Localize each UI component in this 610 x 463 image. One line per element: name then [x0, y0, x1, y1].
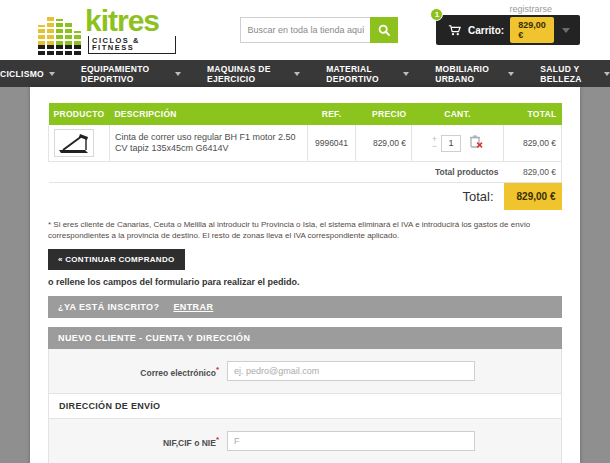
nav-item-ciclismo[interactable]: CICLISMO — [0, 69, 55, 79]
top-bar: registrarse kitres CICLOS & FITNESS — [0, 0, 610, 60]
col-precio: PRECIO — [356, 103, 412, 125]
iva-note: * Si eres cliente de Canarias, Ceuta o M… — [48, 219, 562, 241]
fill-form-text: o rellene los campos del formulario para… — [48, 277, 562, 287]
cart-table-header: PRODUCTO DESCRIPCIÓN REF. PRECIO CANT. T… — [49, 103, 562, 125]
delete-icon — [469, 134, 483, 149]
col-cant: CANT. — [412, 103, 504, 125]
col-producto: PRODUCTO — [49, 103, 110, 125]
subtotal-row: Total productos 829,00 € — [49, 162, 562, 183]
store-logo[interactable]: kitres CICLOS & FITNESS — [38, 6, 176, 55]
nav-item-salud-y-belleza[interactable]: SALUD Y BELLEZA — [540, 64, 610, 84]
line-total: 829,00 € — [504, 125, 562, 162]
register-link[interactable]: registrarse — [509, 4, 552, 14]
nav-item-material-deportivo[interactable]: MATERIAL DEPORTIVO — [326, 64, 409, 84]
nif-field[interactable] — [227, 431, 475, 451]
qty-decrease-icon[interactable]: − — [432, 143, 437, 150]
total-value: 829,00 € — [504, 183, 562, 211]
search-input[interactable] — [240, 17, 370, 43]
cart-amount: 829,00 € — [510, 17, 554, 43]
subtotal-label: Total productos — [49, 162, 504, 183]
total-row: Total: 829,00 € — [49, 183, 562, 211]
nif-label: NIF,CIF o NIE* — [49, 435, 227, 448]
nav-item-maquinas-de-ejercicio[interactable]: MAQUINAS DE EJERCICIO — [207, 64, 300, 84]
cart-item-row: Cinta de correr uso regular BH F1 motor … — [49, 125, 562, 162]
product-price: 829,00 € — [356, 125, 412, 162]
chevron-down-icon — [403, 72, 409, 76]
brand-name: kitres — [85, 6, 176, 36]
product-thumbnail[interactable] — [54, 129, 94, 157]
required-mark: * — [216, 365, 219, 374]
required-mark: * — [216, 435, 219, 444]
col-descripcion: DESCRIPCIÓN — [109, 103, 307, 125]
shipping-address-header: DIRECCIÓN DE ENVÍO — [49, 393, 561, 419]
cart-icon — [448, 23, 462, 38]
nav-label: MATERIAL DEPORTIVO — [326, 64, 398, 84]
search-button[interactable] — [370, 17, 398, 43]
checkout-form: Correo electrónico* DIRECCIÓN DE ENVÍO N… — [48, 349, 562, 463]
nav-label: EQUIPAMIENTO DEPORTIVO — [81, 64, 170, 84]
continue-shopping-button[interactable]: « CONTINUAR COMPRANDO — [48, 249, 185, 270]
chevron-down-icon — [508, 72, 514, 76]
email-panel: Correo electrónico* — [49, 349, 561, 393]
nav-label: MAQUINAS DE EJERCICIO — [207, 64, 289, 84]
cart-label: Carrito: — [468, 25, 504, 36]
cart-table: PRODUCTO DESCRIPCIÓN REF. PRECIO CANT. T… — [48, 103, 562, 210]
chevron-down-icon — [562, 28, 570, 33]
total-label: Total: — [49, 183, 504, 211]
product-description[interactable]: Cinta de correr uso regular BH F1 motor … — [115, 132, 302, 155]
nav-item-mobiliario-urbano[interactable]: MOBILIARIO URBANO — [435, 64, 514, 84]
search-icon — [378, 24, 391, 37]
new-customer-title: NUEVO CLIENTE - CUENTA Y DIRECCIÓN — [58, 333, 250, 343]
chevron-down-icon — [294, 72, 300, 76]
email-field[interactable] — [227, 361, 475, 381]
logo-equalizer-icon — [38, 17, 81, 55]
page: registrarse kitres CICLOS & FITNESS — [0, 0, 610, 463]
cart-widget[interactable]: 1 Carrito: 829,00 € — [436, 15, 580, 45]
content-card: PRODUCTO DESCRIPCIÓN REF. PRECIO CANT. T… — [30, 87, 580, 463]
chevron-down-icon — [175, 72, 181, 76]
col-total: TOTAL — [504, 103, 562, 125]
chevron-down-icon — [604, 72, 610, 76]
search-box — [240, 17, 398, 43]
shipping-fields-panel: NIF,CIF o NIE* Nombre* Apellidos* — [49, 419, 561, 463]
nav-item-equipamiento-deportivo[interactable]: EQUIPAMIENTO DEPORTIVO — [81, 64, 181, 84]
subtotal-value: 829,00 € — [504, 162, 562, 183]
already-registered-question: ¿YA ESTÁ INSCRITO? — [58, 302, 159, 312]
quantity-input[interactable] — [441, 135, 461, 152]
col-ref: REF. — [308, 103, 356, 125]
treadmill-image — [57, 131, 91, 155]
email-label: Correo electrónico* — [49, 365, 227, 378]
new-customer-bar: NUEVO CLIENTE - CUENTA Y DIRECCIÓN — [48, 327, 562, 349]
already-registered-bar: ¿YA ESTÁ INSCRITO? ENTRAR — [48, 296, 562, 318]
main-nav: CICLISMO EQUIPAMIENTO DEPORTIVO MAQUINAS… — [0, 60, 610, 87]
login-link[interactable]: ENTRAR — [173, 302, 213, 312]
chevron-down-icon — [49, 72, 55, 76]
nav-label: SALUD Y BELLEZA — [540, 64, 599, 84]
remove-item-button[interactable] — [469, 134, 483, 152]
nav-label: MOBILIARIO URBANO — [435, 64, 503, 84]
cart-count-badge: 1 — [430, 8, 443, 21]
nav-label: CICLISMO — [0, 69, 44, 79]
product-ref: 9996041 — [308, 125, 356, 162]
brand-tagline: CICLOS & FITNESS — [88, 36, 176, 54]
